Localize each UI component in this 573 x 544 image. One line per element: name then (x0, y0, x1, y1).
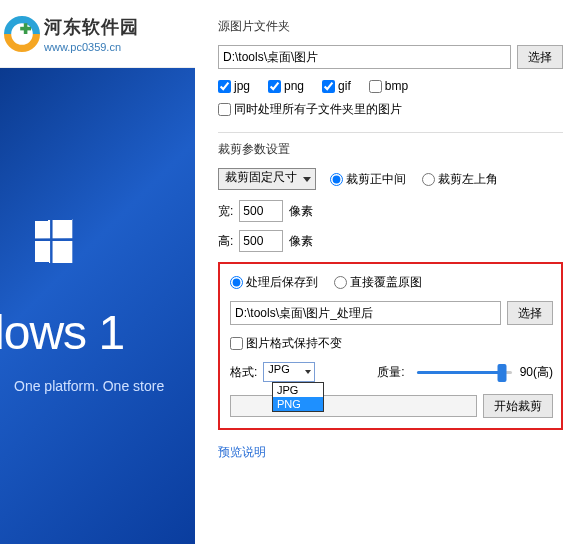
format-png-checkbox[interactable]: png (268, 79, 304, 93)
source-select-button[interactable]: 选择 (517, 45, 563, 69)
settings-panel: 源图片文件夹 选择 jpg png gif bmp 同时处理所有子文件夹里的图片… (200, 0, 573, 544)
crop-section-title: 裁剪参数设置 (218, 141, 563, 158)
crop-topleft-radio[interactable]: 裁剪左上角 (422, 171, 498, 188)
format-gif-checkbox[interactable]: gif (322, 79, 351, 93)
format-option-png[interactable]: PNG (273, 397, 323, 411)
quality-slider[interactable] (417, 371, 512, 374)
format-option-jpg[interactable]: JPG (273, 383, 323, 397)
quality-value: 90(高) (520, 364, 553, 381)
width-unit: 像素 (289, 203, 313, 220)
save-to-radio[interactable]: 处理后保存到 (230, 274, 318, 291)
height-input[interactable] (239, 230, 283, 252)
site-logo-icon (4, 16, 40, 52)
subfolder-checkbox[interactable]: 同时处理所有子文件夹里的图片 (218, 101, 563, 118)
slider-thumb-icon[interactable] (498, 364, 507, 382)
format-bmp-checkbox[interactable]: bmp (369, 79, 408, 93)
site-title: 河东软件园 (44, 15, 139, 39)
site-url: www.pc0359.cn (44, 41, 139, 53)
format-dropdown: JPG PNG (272, 382, 324, 412)
source-section-title: 源图片文件夹 (218, 18, 563, 35)
windows-brand-text: dows 1 (0, 305, 195, 360)
format-label: 格式: (230, 364, 257, 381)
start-crop-button[interactable]: 开始裁剪 (483, 394, 553, 418)
preview-help-link[interactable]: 预览说明 (218, 444, 266, 461)
keep-format-checkbox[interactable]: 图片格式保持不变 (230, 335, 553, 352)
output-select-button[interactable]: 选择 (507, 301, 553, 325)
height-label: 高: (218, 233, 233, 250)
windows-logo-icon (35, 214, 195, 269)
progress-bar (230, 395, 477, 417)
quality-label: 质量: (377, 364, 404, 381)
preview-panel: dows 1 One platform. One store (0, 68, 195, 544)
crop-mode-select[interactable]: 裁剪固定尺寸 (218, 168, 316, 190)
width-label: 宽: (218, 203, 233, 220)
height-unit: 像素 (289, 233, 313, 250)
output-path-input[interactable] (230, 301, 501, 325)
format-jpg-checkbox[interactable]: jpg (218, 79, 250, 93)
overwrite-radio[interactable]: 直接覆盖原图 (334, 274, 422, 291)
format-select[interactable]: JPG (263, 362, 315, 382)
watermark-banner: 河东软件园 www.pc0359.cn (0, 0, 195, 68)
crop-center-radio[interactable]: 裁剪正中间 (330, 171, 406, 188)
divider (218, 132, 563, 133)
svg-rect-3 (20, 26, 31, 30)
output-group: 处理后保存到 直接覆盖原图 选择 图片格式保持不变 格式: JPG JPG PN… (218, 262, 563, 430)
source-path-input[interactable] (218, 45, 511, 69)
windows-subtitle: One platform. One store (14, 378, 195, 394)
width-input[interactable] (239, 200, 283, 222)
